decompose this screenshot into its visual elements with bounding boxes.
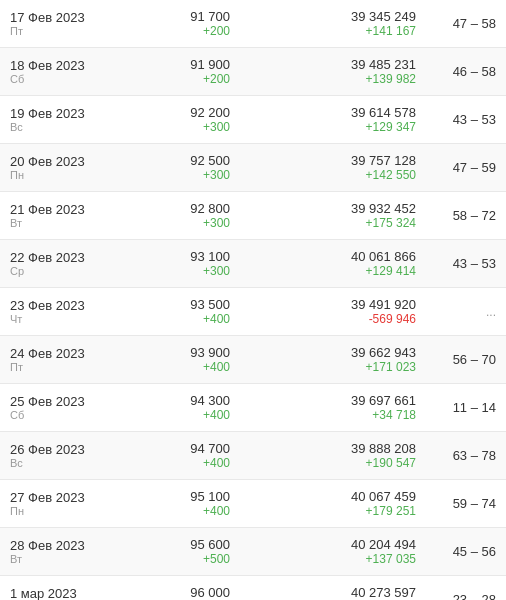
date-cell: 18 Фев 2023 Сб xyxy=(0,48,130,95)
v3-label: 43 – 53 xyxy=(436,112,496,127)
date-label: 17 Фев 2023 xyxy=(10,10,120,25)
v2-label: 40 067 459 xyxy=(250,489,416,504)
date-cell: 20 Фев 2023 Пн xyxy=(0,144,130,191)
d1-label: +200 xyxy=(140,24,230,38)
day-label: Пн xyxy=(10,169,120,181)
value3-cell: 47 – 58 xyxy=(426,0,506,47)
table-row: 18 Фев 2023 Сб 91 900 +200 39 485 231 +1… xyxy=(0,48,506,96)
value3-cell: 58 – 72 xyxy=(426,192,506,239)
data-table: 17 Фев 2023 Пт 91 700 +200 39 345 249 +1… xyxy=(0,0,506,600)
v3-label: 43 – 53 xyxy=(436,256,496,271)
d2-label: +179 251 xyxy=(250,504,416,518)
date-cell: 25 Фев 2023 Сб xyxy=(0,384,130,431)
d2-label: +139 982 xyxy=(250,72,416,86)
date-cell: 1 мар 2023 Ср xyxy=(0,576,130,600)
v1-label: 96 000 xyxy=(140,585,230,600)
v3-label: 56 – 70 xyxy=(436,352,496,367)
v2-label: 39 491 920 xyxy=(250,297,416,312)
date-label: 22 Фев 2023 xyxy=(10,250,120,265)
value3-cell: 47 – 59 xyxy=(426,144,506,191)
d1-label: +400 xyxy=(140,504,230,518)
d2-label: +175 324 xyxy=(250,216,416,230)
v2-label: 39 757 128 xyxy=(250,153,416,168)
date-label: 1 мар 2023 xyxy=(10,586,120,600)
d1-label: +400 xyxy=(140,456,230,470)
d1-label: +400 xyxy=(140,312,230,326)
value1-cell: 93 100 +300 xyxy=(130,240,240,287)
v1-label: 92 800 xyxy=(140,201,230,216)
day-label: Чт xyxy=(10,313,120,325)
table-row: 19 Фев 2023 Вс 92 200 +300 39 614 578 +1… xyxy=(0,96,506,144)
value2-cell: 39 614 578 +129 347 xyxy=(240,96,426,143)
value1-cell: 94 300 +400 xyxy=(130,384,240,431)
day-label: Сб xyxy=(10,73,120,85)
value1-cell: 91 900 +200 xyxy=(130,48,240,95)
v3-label: 47 – 58 xyxy=(436,16,496,31)
value1-cell: 96 000 +400 xyxy=(130,576,240,600)
v1-label: 95 100 xyxy=(140,489,230,504)
date-label: 19 Фев 2023 xyxy=(10,106,120,121)
v3-label: 47 – 59 xyxy=(436,160,496,175)
value2-cell: 39 888 208 +190 547 xyxy=(240,432,426,479)
v1-label: 93 500 xyxy=(140,297,230,312)
d2-label: +171 023 xyxy=(250,360,416,374)
v1-label: 95 600 xyxy=(140,537,230,552)
day-label: Вс xyxy=(10,121,120,133)
value3-cell: 59 – 74 xyxy=(426,480,506,527)
value1-cell: 91 700 +200 xyxy=(130,0,240,47)
value2-cell: 39 491 920 -569 946 xyxy=(240,288,426,335)
table-row: 1 мар 2023 Ср 96 000 +400 40 273 597 +69… xyxy=(0,576,506,600)
v3-label: 23 – 28 xyxy=(436,592,496,600)
value3-cell: 46 – 58 xyxy=(426,48,506,95)
day-label: Вт xyxy=(10,553,120,565)
date-cell: 24 Фев 2023 Пт xyxy=(0,336,130,383)
d2-label: +137 035 xyxy=(250,552,416,566)
value2-cell: 39 697 661 +34 718 xyxy=(240,384,426,431)
v3-label: 45 – 56 xyxy=(436,544,496,559)
date-label: 18 Фев 2023 xyxy=(10,58,120,73)
value1-cell: 93 500 +400 xyxy=(130,288,240,335)
value3-cell: 56 – 70 xyxy=(426,336,506,383)
table-row: 28 Фев 2023 Вт 95 600 +500 40 204 494 +1… xyxy=(0,528,506,576)
table-row: 26 Фев 2023 Вс 94 700 +400 39 888 208 +1… xyxy=(0,432,506,480)
v2-label: 40 204 494 xyxy=(250,537,416,552)
day-label: Вс xyxy=(10,457,120,469)
day-label: Пт xyxy=(10,25,120,37)
v2-label: 39 888 208 xyxy=(250,441,416,456)
v2-label: 39 662 943 xyxy=(250,345,416,360)
table-row: 21 Фев 2023 Вт 92 800 +300 39 932 452 +1… xyxy=(0,192,506,240)
date-cell: 17 Фев 2023 Пт xyxy=(0,0,130,47)
date-cell: 22 Фев 2023 Ср xyxy=(0,240,130,287)
value1-cell: 94 700 +400 xyxy=(130,432,240,479)
value1-cell: 93 900 +400 xyxy=(130,336,240,383)
day-label: Пн xyxy=(10,505,120,517)
day-label: Ср xyxy=(10,265,120,277)
d1-label: +500 xyxy=(140,552,230,566)
date-cell: 28 Фев 2023 Вт xyxy=(0,528,130,575)
d1-label: +200 xyxy=(140,72,230,86)
value1-cell: 92 200 +300 xyxy=(130,96,240,143)
d2-label: +190 547 xyxy=(250,456,416,470)
value3-cell: 63 – 78 xyxy=(426,432,506,479)
date-label: 28 Фев 2023 xyxy=(10,538,120,553)
day-label: Вт xyxy=(10,217,120,229)
v2-label: 39 614 578 xyxy=(250,105,416,120)
v2-label: 39 345 249 xyxy=(250,9,416,24)
v1-label: 92 500 xyxy=(140,153,230,168)
value2-cell: 39 662 943 +171 023 xyxy=(240,336,426,383)
v3-label: 11 – 14 xyxy=(436,400,496,415)
value3-cell: 43 – 53 xyxy=(426,240,506,287)
table-row: 23 Фев 2023 Чт 93 500 +400 39 491 920 -5… xyxy=(0,288,506,336)
date-cell: 21 Фев 2023 Вт xyxy=(0,192,130,239)
date-label: 23 Фев 2023 xyxy=(10,298,120,313)
date-cell: 27 Фев 2023 Пн xyxy=(0,480,130,527)
v1-label: 94 300 xyxy=(140,393,230,408)
value3-cell: ... xyxy=(426,288,506,335)
value2-cell: 39 757 128 +142 550 xyxy=(240,144,426,191)
value1-cell: 95 600 +500 xyxy=(130,528,240,575)
value1-cell: 92 800 +300 xyxy=(130,192,240,239)
d2-label: +142 550 xyxy=(250,168,416,182)
date-cell: 26 Фев 2023 Вс xyxy=(0,432,130,479)
v1-label: 92 200 xyxy=(140,105,230,120)
v3-label: 59 – 74 xyxy=(436,496,496,511)
